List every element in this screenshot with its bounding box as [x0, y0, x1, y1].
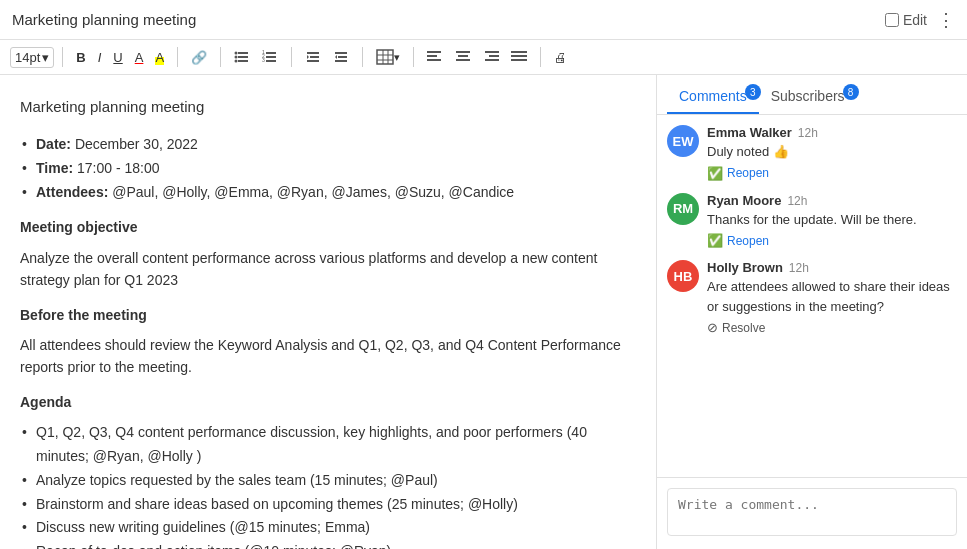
header-actions: Edit ⋮ [885, 9, 955, 31]
reopen-button[interactable]: ✅ Reopen [707, 166, 957, 181]
font-size-selector[interactable]: 14pt ▾ [10, 47, 54, 68]
align-right-button[interactable] [478, 47, 504, 67]
avatar: HB [667, 260, 699, 292]
text-format-group: B I U A A [71, 47, 169, 68]
align-left-button[interactable] [422, 47, 448, 67]
svg-rect-8 [266, 60, 276, 62]
bullet-list-icon [234, 49, 250, 65]
list-item: Date: December 30, 2022 [20, 133, 636, 157]
doc-heading: Marketing planning meeting [20, 95, 636, 119]
toolbar-separator-6 [413, 47, 414, 67]
editor-toolbar: 14pt ▾ B I U A A 🔗 123 ▾ [0, 40, 967, 75]
align-center-button[interactable] [450, 47, 476, 67]
more-options-button[interactable]: ⋮ [937, 9, 955, 31]
toolbar-separator-7 [540, 47, 541, 67]
tab-subscribers-label: Subscribers [771, 88, 845, 104]
comment-item: HB Holly Brown 12h Are attendees allowed… [667, 260, 957, 335]
reopen-icon: ✅ [707, 166, 723, 181]
comment-body: Ryan Moore 12h Thanks for the update. Wi… [707, 193, 957, 249]
reopen-button[interactable]: ✅ Reopen [707, 233, 957, 248]
toolbar-separator-2 [177, 47, 178, 67]
italic-button[interactable]: I [93, 47, 107, 68]
edit-checkbox-input[interactable] [885, 13, 899, 27]
svg-rect-1 [238, 56, 248, 58]
print-button[interactable]: 🖨 [549, 47, 572, 68]
align-left-icon [427, 50, 443, 64]
comment-text: Are attendees allowed to share their ide… [707, 277, 957, 316]
edit-label: Edit [903, 12, 927, 28]
list-item: Discuss new writing guidelines (@15 minu… [20, 516, 636, 540]
numbered-list-icon: 123 [262, 49, 278, 65]
svg-rect-2 [238, 60, 248, 62]
comment-author: Ryan Moore [707, 193, 781, 208]
main-content: Marketing planning meeting Date: Decembe… [0, 75, 967, 549]
svg-rect-33 [511, 55, 527, 57]
doc-info-list: Date: December 30, 2022 Time: 17:00 - 18… [20, 133, 636, 204]
font-color-button[interactable]: A [130, 47, 149, 68]
svg-rect-28 [456, 59, 470, 61]
document-title: Marketing planning meeting [12, 11, 196, 28]
svg-rect-23 [427, 51, 441, 53]
align-center-icon [455, 50, 471, 64]
bullet-list-button[interactable] [229, 46, 255, 68]
comments-list: EW Emma Walker 12h Duly noted 👍 ✅ Reopen… [657, 115, 967, 477]
editor-area[interactable]: Marketing planning meeting Date: Decembe… [0, 75, 657, 549]
comment-text: Thanks for the update. Will be there. [707, 210, 957, 230]
comment-author: Emma Walker [707, 125, 792, 140]
list-item: Q1, Q2, Q3, Q4 content performance discu… [20, 421, 636, 469]
table-button[interactable]: ▾ [371, 46, 405, 68]
comment-header: Ryan Moore 12h [707, 193, 957, 208]
indent-decrease-button[interactable] [300, 46, 326, 68]
comment-item: RM Ryan Moore 12h Thanks for the update.… [667, 193, 957, 249]
tab-comments[interactable]: Comments 3 [667, 80, 759, 114]
svg-rect-15 [335, 52, 347, 54]
resolve-icon: ⊘ [707, 320, 718, 335]
align-justify-icon [511, 50, 527, 64]
bold-button[interactable]: B [71, 47, 90, 68]
list-item: Analyze topics requested by the sales te… [20, 469, 636, 493]
svg-rect-13 [310, 56, 319, 58]
before-meeting-body: All attendees should review the Keyword … [20, 334, 636, 379]
svg-point-5 [235, 60, 238, 63]
svg-rect-32 [511, 51, 527, 53]
comment-author: Holly Brown [707, 260, 783, 275]
svg-rect-14 [307, 60, 319, 62]
indent-decrease-icon [305, 49, 321, 65]
svg-text:3: 3 [262, 57, 265, 63]
link-button[interactable]: 🔗 [186, 47, 212, 68]
meeting-objective-body: Analyze the overall content performance … [20, 247, 636, 292]
edit-checkbox-label[interactable]: Edit [885, 12, 927, 28]
underline-button[interactable]: U [108, 47, 127, 68]
svg-rect-7 [266, 56, 276, 58]
comment-input[interactable] [667, 488, 957, 536]
indent-increase-button[interactable] [328, 46, 354, 68]
list-group: 123 [229, 46, 283, 68]
align-group [422, 47, 532, 67]
numbered-list-button[interactable]: 123 [257, 46, 283, 68]
before-meeting-heading: Before the meeting [20, 304, 636, 326]
comment-item: EW Emma Walker 12h Duly noted 👍 ✅ Reopen [667, 125, 957, 181]
svg-rect-18 [377, 50, 393, 64]
toolbar-separator-1 [62, 47, 63, 67]
align-justify-button[interactable] [506, 47, 532, 67]
toolbar-separator-5 [362, 47, 363, 67]
svg-rect-29 [485, 51, 499, 53]
subscribers-badge: 8 [843, 84, 859, 100]
svg-rect-24 [427, 55, 437, 57]
highlight-button[interactable]: A [150, 47, 169, 68]
tab-subscribers[interactable]: Subscribers 8 [759, 80, 857, 114]
meeting-objective-heading: Meeting objective [20, 216, 636, 238]
resolve-button[interactable]: ⊘ Resolve [707, 320, 957, 335]
svg-rect-27 [458, 55, 468, 57]
toolbar-separator-4 [291, 47, 292, 67]
toolbar-separator-3 [220, 47, 221, 67]
comment-input-area [657, 477, 967, 549]
comment-header: Holly Brown 12h [707, 260, 957, 275]
list-item: Attendees: @Paul, @Holly, @Emma, @Ryan, … [20, 181, 636, 205]
align-right-icon [483, 50, 499, 64]
svg-rect-17 [335, 60, 347, 62]
svg-rect-25 [427, 59, 441, 61]
indent-increase-icon [333, 49, 349, 65]
comment-text: Duly noted 👍 [707, 142, 957, 162]
comment-body: Emma Walker 12h Duly noted 👍 ✅ Reopen [707, 125, 957, 181]
